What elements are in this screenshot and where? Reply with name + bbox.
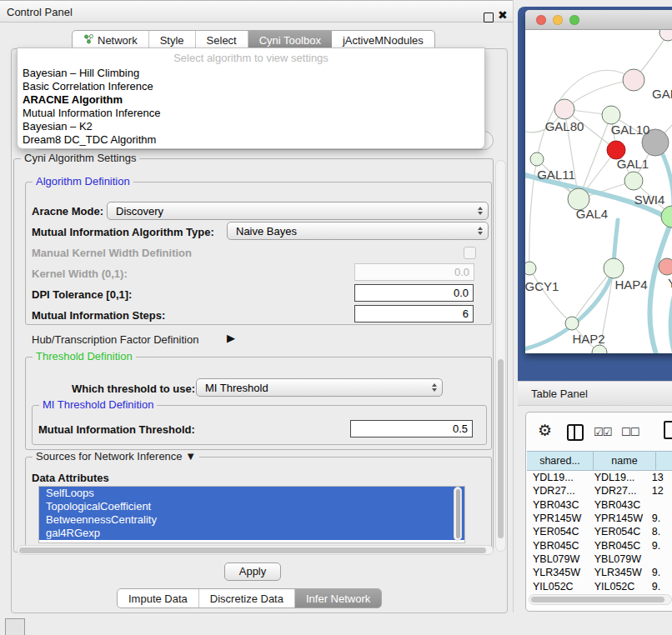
table-body: YDL19...YDL19...13YDR27...YDR27...12YBR0…	[527, 471, 672, 594]
split-columns-icon[interactable]	[567, 424, 584, 441]
network-node[interactable]	[623, 69, 644, 91]
control-panel-window: Control Panel ✖ NetworkStyleSelectCyni T…	[0, 0, 514, 612]
checked-boxes-icon[interactable]: ☑☑	[594, 427, 611, 438]
table-cell: YIL052C	[589, 581, 646, 592]
algorithm-option[interactable]: Bayesian – K2	[18, 120, 484, 133]
mi-type-combo[interactable]: Naive Bayes	[227, 222, 489, 240]
network-node[interactable]	[604, 258, 624, 278]
table-cell: YDR27...	[527, 485, 589, 497]
attribute-item[interactable]: SelfLoops	[39, 487, 464, 500]
attributes-list-scrollbar[interactable]	[454, 487, 462, 541]
table-row[interactable]: YDR27...YDR27...12	[527, 484, 672, 498]
network-node[interactable]	[530, 152, 544, 166]
network-canvas[interactable]: GAL7GAL80GAL10GAL1GAL11GAL4SWI4GCY1HAP4Y…	[525, 30, 672, 353]
network-icon	[83, 33, 94, 47]
table-row[interactable]: YBL079WYBL079W	[527, 552, 672, 566]
network-node[interactable]	[565, 317, 579, 330]
table-cell: 9.	[646, 512, 672, 524]
node-label: GAL1	[617, 157, 649, 171]
table-cell: 9.	[646, 540, 672, 552]
tab-style[interactable]: Style	[149, 31, 196, 49]
node-label: GAL7	[652, 87, 672, 101]
table-row[interactable]: YDL19...YDL19...13	[527, 471, 672, 484]
node-label: GCY1	[525, 279, 559, 293]
aracne-mode-value: Discovery	[116, 205, 163, 218]
expand-right-icon[interactable]: ▶	[227, 332, 235, 344]
aracne-mode-combo[interactable]: Discovery	[107, 202, 489, 220]
table-row[interactable]: YPR145WYPR145W9.	[527, 512, 672, 525]
settings-vertical-scrollbar[interactable]	[495, 160, 506, 552]
network-node[interactable]	[602, 106, 620, 124]
manual-kernel-checkbox[interactable]	[464, 247, 476, 259]
table-row[interactable]: YBR043CYBR043C	[527, 498, 672, 512]
which-threshold-label: Which threshold to use:	[72, 382, 195, 395]
algorithm-option[interactable]: Dream8 DC_TDC Algorithm	[18, 133, 484, 147]
network-node[interactable]	[659, 30, 672, 41]
table-cell: YLR345W	[589, 567, 646, 578]
mac-minimize-button[interactable]	[553, 15, 563, 25]
table-horizontal-scrollbar[interactable]	[529, 594, 672, 605]
network-node[interactable]	[554, 99, 574, 119]
algorithm-option[interactable]: Basic Correlation Inference	[18, 80, 484, 93]
close-icon[interactable]: ✖	[498, 9, 508, 21]
tab-impute-data[interactable]: Impute Data	[118, 589, 199, 608]
collapse-down-icon[interactable]: ▼	[185, 450, 196, 462]
mac-zoom-button[interactable]	[569, 15, 579, 25]
network-node[interactable]	[592, 345, 607, 353]
algorithm-definition-title: Algorithm Definition	[33, 175, 133, 188]
table-cell: 13	[646, 472, 672, 483]
unchecked-boxes-icon[interactable]: ☐☐	[621, 427, 639, 438]
kernel-width-field[interactable]: 0.0	[354, 263, 474, 281]
gear-icon[interactable]: ⚙	[538, 422, 552, 439]
control-panel-title: Control Panel	[7, 6, 73, 18]
tab-label: Style	[160, 34, 184, 47]
node-label: GAL80	[545, 119, 584, 133]
tab-jactivemnodules[interactable]: jActiveMNodules	[332, 31, 434, 49]
table-cell: YDL19...	[589, 472, 646, 483]
tab-discretize-data[interactable]: Discretize Data	[199, 589, 295, 608]
table-cell: YBR043C	[527, 499, 589, 511]
table-panel-titlebar: Table Panel	[518, 381, 672, 406]
node-label: SWI4	[634, 192, 665, 207]
table-panel-title: Table Panel	[531, 388, 588, 400]
table-cell: YLR345W	[527, 567, 589, 578]
float-window-icon[interactable]	[484, 12, 494, 22]
network-node[interactable]	[525, 262, 536, 275]
algorithm-option[interactable]: Bayesian – Hill Climbing	[18, 67, 484, 80]
column-header[interactable]: name	[594, 451, 656, 471]
attribute-item[interactable]: TopologicalCoefficient	[39, 500, 464, 513]
column-header[interactable]	[656, 451, 672, 471]
mi-threshold-field[interactable]: 0.5	[350, 420, 473, 438]
tab-select[interactable]: Select	[196, 31, 248, 49]
algorithm-option[interactable]: ARACNE Algorithm	[18, 93, 484, 107]
mi-type-value: Naive Bayes	[236, 225, 297, 238]
table-row[interactable]: YER054CYER054C8.	[527, 525, 672, 538]
collapsed-panel-handle[interactable]	[5, 618, 25, 635]
kernel-width-label: Kernel Width (0,1):	[32, 268, 128, 280]
network-edge[interactable]	[564, 80, 634, 109]
mi-steps-field[interactable]: 6	[354, 305, 474, 322]
dpi-tolerance-field[interactable]: 0.0	[354, 284, 474, 302]
network-edge[interactable]	[529, 268, 572, 323]
settings-horizontal-scrollbar[interactable]	[17, 545, 494, 555]
table-row[interactable]: YLR345WYLR345W9.	[527, 566, 672, 579]
network-node[interactable]	[661, 206, 672, 228]
attribute-item[interactable]: BetweennessCentrality	[39, 513, 464, 527]
network-node[interactable]	[624, 172, 643, 190]
attribute-item[interactable]: gal4RGexp	[39, 527, 464, 540]
apply-button[interactable]: Apply	[224, 562, 281, 581]
mac-close-button[interactable]	[536, 15, 546, 25]
tab-network[interactable]: Network	[73, 31, 149, 49]
algorithm-option[interactable]: Mutual Information Inference	[18, 107, 484, 120]
tab-infer-network[interactable]: Infer Network	[295, 589, 381, 608]
table-row[interactable]: YBR045CYBR045C9.	[527, 538, 672, 552]
network-window-titlebar[interactable]	[525, 10, 672, 30]
which-threshold-combo[interactable]: MI Threshold	[196, 378, 443, 397]
tab-cyni-toolbox[interactable]: Cyni Toolbox	[248, 31, 332, 49]
column-header[interactable]: shared...	[527, 451, 594, 471]
network-node[interactable]	[659, 258, 672, 275]
node-label: Y	[668, 276, 672, 290]
table-row[interactable]: YIL052CYIL052C9.	[527, 579, 672, 592]
new-document-icon[interactable]	[664, 421, 672, 439]
tab-label: Network	[98, 34, 138, 47]
